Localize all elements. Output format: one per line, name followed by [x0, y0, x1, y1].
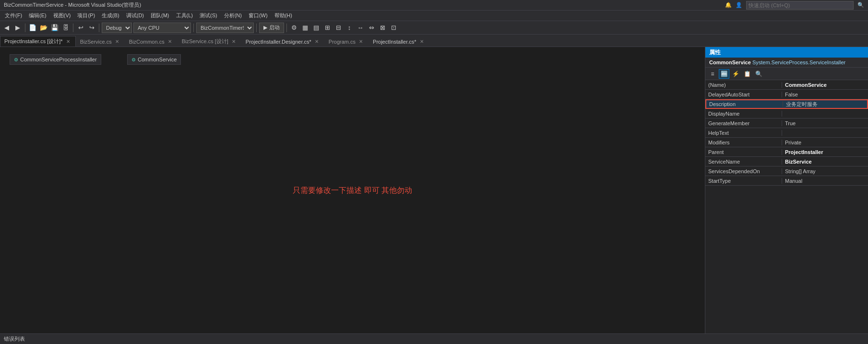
toolbar-sep-4: [193, 24, 194, 32]
prop-row-servicename[interactable]: ServiceName BizService: [705, 157, 868, 166]
forward-button[interactable]: ▶: [13, 23, 23, 33]
toolbar-sep-6: [286, 24, 287, 32]
menu-tools[interactable]: 工具(L): [173, 11, 196, 20]
prop-row-delayed[interactable]: DelayedAutoStart False: [705, 90, 868, 99]
tab-close-4[interactable]: ✕: [230, 38, 237, 45]
prop-name-name: (Name): [705, 82, 782, 88]
menu-team[interactable]: 团队(M): [148, 11, 172, 20]
project-dropdown[interactable]: BizCommonTimerService: [196, 23, 254, 33]
prop-row-parent[interactable]: Parent ProjectInstaller: [705, 147, 868, 157]
user-icon[interactable]: 👤: [736, 2, 742, 8]
prop-row-helptext[interactable]: HelpText: [705, 128, 868, 138]
toolbar-btn-extra10[interactable]: ⊡: [389, 23, 398, 33]
tab-label: ProjectInstaller.cs [设计]*: [4, 38, 63, 45]
menu-help[interactable]: 帮助(H): [272, 11, 295, 20]
menu-project[interactable]: 项目(P): [74, 11, 98, 20]
prop-events-button[interactable]: ⚡: [730, 69, 741, 79]
menu-bar: 文件(F) 编辑(E) 视图(V) 项目(P) 生成(B) 调试(D) 团队(M…: [0, 11, 868, 21]
tab-bar: ProjectInstaller.cs [设计]* ✕ BizService.c…: [0, 35, 868, 47]
prop-name-modifiers: Modifiers: [705, 140, 782, 145]
notification-icon[interactable]: 🔔: [725, 2, 732, 8]
toolbar-btn-extra5[interactable]: ⊟: [333, 23, 343, 33]
designer-area: ⚙ CommonServiceProcessInstaller ⚙ Common…: [0, 47, 705, 333]
menu-window[interactable]: 窗口(W): [246, 11, 271, 20]
prop-value-delayed: False: [782, 92, 868, 97]
redo-button[interactable]: ↪: [87, 23, 96, 33]
tab-biz-service-designer[interactable]: BizService.cs [设计] ✕: [178, 36, 241, 47]
tab-close-7[interactable]: ✕: [418, 38, 425, 45]
menu-view[interactable]: 视图(V): [50, 11, 74, 20]
toolbar-btn-extra6[interactable]: ↕: [345, 23, 354, 33]
prop-value-starttype: Manual: [782, 178, 868, 184]
prop-value-servicename: BizService: [782, 159, 868, 165]
platform-dropdown[interactable]: Any CPU: [133, 23, 191, 33]
tab-close-6[interactable]: ✕: [357, 38, 364, 45]
prop-row-starttype[interactable]: StartType Manual: [705, 176, 868, 186]
tab-program[interactable]: Program.cs ✕: [324, 36, 369, 47]
tab-close-2[interactable]: ✕: [114, 38, 120, 45]
menu-edit[interactable]: 编辑(E): [26, 11, 49, 20]
toolbar-btn-extra7[interactable]: ↔: [356, 23, 365, 33]
prop-row-modifiers[interactable]: Modifiers Private: [705, 138, 868, 147]
menu-build[interactable]: 生成(B): [99, 11, 122, 20]
tab-close-1[interactable]: ✕: [65, 38, 71, 45]
toolbar-btn-extra9[interactable]: ⊠: [378, 23, 387, 33]
open-file-button[interactable]: 📂: [39, 23, 48, 33]
run-label: 启动: [269, 24, 280, 31]
prop-name-displayname: DisplayName: [705, 111, 782, 117]
toolbar-btn-extra1[interactable]: ⚙: [289, 23, 299, 33]
prop-value-generatemember: True: [782, 120, 868, 126]
prop-row-servicesdependedon[interactable]: ServicesDependedOn String[] Array: [705, 166, 868, 176]
annotation-text: 只需要修改一下描述 即可 其他勿动: [293, 185, 412, 195]
tab-label: ProjectInstaller.Designer.cs*: [246, 39, 311, 45]
component-service[interactable]: ⚙ CommonService: [127, 54, 181, 65]
prop-name-delayed: DelayedAutoStart: [705, 92, 782, 97]
prop-row-displayname[interactable]: DisplayName: [705, 109, 868, 119]
prop-name-description: Description: [706, 101, 783, 107]
tab-project-installer-designer[interactable]: ProjectInstaller.cs [设计]* ✕: [0, 36, 76, 47]
prop-value-modifiers: Private: [782, 140, 868, 145]
tab-biz-service[interactable]: BizService.cs ✕: [76, 36, 125, 47]
prop-row-name[interactable]: (Name) CommonService: [705, 80, 868, 90]
component-process-installer[interactable]: ⚙ CommonServiceProcessInstaller: [10, 54, 101, 65]
toolbar: ◀ ▶ 📄 📂 💾 🗄 ↩ ↪ Debug Any CPU BizCommonT…: [0, 21, 868, 35]
menu-analyze[interactable]: 分析(N): [221, 11, 245, 20]
tab-project-installer-designer-cs[interactable]: ProjectInstaller.Designer.cs* ✕: [241, 36, 324, 47]
search-icon[interactable]: 🔍: [857, 2, 864, 8]
component-icon-1: ⚙: [14, 57, 18, 62]
properties-title: 属性: [709, 48, 721, 57]
error-list-label: 错误列表: [4, 335, 25, 343]
undo-button[interactable]: ↩: [76, 23, 85, 33]
tab-label: BizService.cs: [80, 39, 112, 45]
prop-row-generatemember[interactable]: GenerateMember True: [705, 119, 868, 128]
back-button[interactable]: ◀: [2, 23, 12, 33]
menu-test[interactable]: 测试(S): [197, 11, 220, 20]
tab-close-5[interactable]: ✕: [313, 38, 320, 45]
prop-search-button[interactable]: 🔍: [753, 69, 764, 79]
prop-sort-category-button[interactable]: ≡: [707, 69, 718, 79]
menu-debug[interactable]: 调试(D): [123, 11, 147, 20]
run-button[interactable]: ▶ 启动: [259, 23, 284, 33]
prop-row-description[interactable]: Description 业务定时服务: [705, 99, 868, 109]
tab-biz-common[interactable]: BizCommon.cs ✕: [125, 36, 178, 47]
save-button[interactable]: 💾: [50, 23, 59, 33]
toolbar-btn-extra3[interactable]: ▤: [311, 23, 321, 33]
new-file-button[interactable]: 📄: [28, 23, 37, 33]
tab-close-3[interactable]: ✕: [166, 38, 173, 45]
prop-name-servicename: ServiceName: [705, 159, 782, 165]
save-all-button[interactable]: 🗄: [61, 23, 71, 33]
main-area: ⚙ CommonServiceProcessInstaller ⚙ Common…: [0, 47, 868, 333]
prop-name-generatemember: GenerateMember: [705, 120, 782, 126]
component-icon-2: ⚙: [131, 57, 136, 62]
menu-file[interactable]: 文件(F): [2, 11, 25, 20]
play-icon: ▶: [263, 24, 267, 31]
prop-sort-alpha-button[interactable]: 🔤: [719, 69, 729, 79]
properties-object-name: CommonService: [709, 59, 751, 65]
prop-pages-button[interactable]: 📋: [742, 69, 752, 79]
quick-launch-input[interactable]: [746, 1, 854, 10]
toolbar-btn-extra2[interactable]: ▦: [300, 23, 310, 33]
toolbar-btn-extra8[interactable]: ⇔: [367, 23, 376, 33]
debug-mode-dropdown[interactable]: Debug: [102, 23, 132, 33]
toolbar-btn-extra4[interactable]: ⊞: [322, 23, 332, 33]
tab-project-installer-cs[interactable]: ProjectInstaller.cs* ✕: [369, 36, 429, 47]
